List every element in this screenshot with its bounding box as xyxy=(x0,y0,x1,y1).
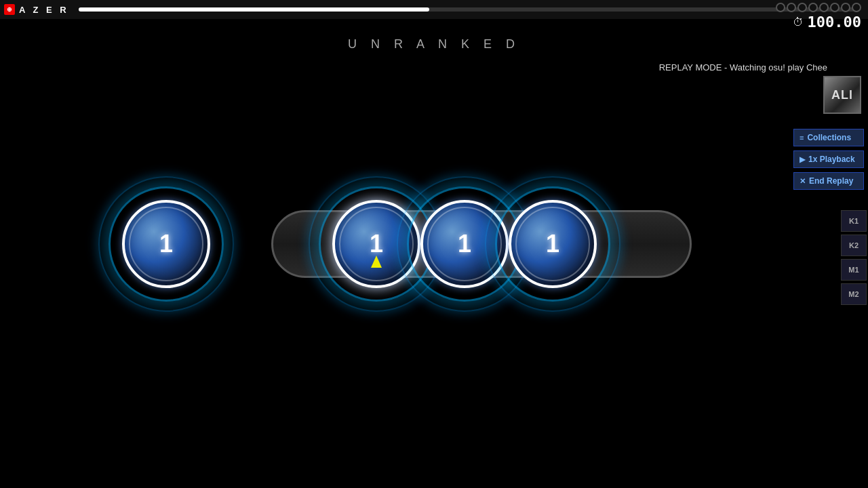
end-replay-button[interactable]: ✕ End Replay xyxy=(793,172,864,190)
playback-button[interactable]: ▶ 1x Playback xyxy=(793,150,864,168)
score-circle xyxy=(852,3,861,12)
game-area: 1 1 1 1 xyxy=(0,0,787,488)
accuracy-value: 100.00 xyxy=(808,14,861,30)
score-circle xyxy=(797,3,807,12)
top-bar: ⊕ A Z E R xyxy=(0,0,868,19)
player-avatar: ALl xyxy=(823,76,861,114)
progress-bar xyxy=(79,7,430,12)
score-circle xyxy=(787,3,796,12)
app-title: A Z E R xyxy=(19,5,69,15)
hit-circle-3: 1 xyxy=(509,200,597,288)
app-icon: ⊕ xyxy=(4,4,15,15)
circle-number: 1 xyxy=(159,230,173,258)
score-circle xyxy=(830,3,840,12)
key-indicators: K1 K2 M1 M2 xyxy=(841,210,868,305)
score-circle xyxy=(819,3,829,12)
playback-label: 1x Playback xyxy=(808,155,855,164)
circle-body: 1 xyxy=(122,200,210,288)
score-area: ⏱ 100.00 xyxy=(776,3,861,30)
replay-mode-text: REPLAY MODE - Watching osu! play Chee xyxy=(659,62,827,73)
score-circle xyxy=(808,3,818,12)
collections-button[interactable]: ≡ Collections xyxy=(793,129,864,146)
k2-indicator: K2 xyxy=(841,235,867,256)
progress-bar-container[interactable] xyxy=(79,7,859,12)
collections-icon: ≡ xyxy=(800,134,804,142)
circle-number: 1 xyxy=(370,230,383,258)
circle-body: 1 xyxy=(509,200,597,288)
hit-circle-4: 1 xyxy=(122,200,210,288)
unranked-label: U N R A N K E D xyxy=(348,37,520,52)
right-sidebar: ≡ Collections ▶ 1x Playback ✕ End Replay xyxy=(793,129,868,190)
score-circle xyxy=(776,3,785,12)
k1-indicator: K1 xyxy=(841,210,867,232)
hit-objects: 1 1 1 1 xyxy=(122,176,665,312)
circle-number: 1 xyxy=(458,230,471,258)
cursor-arrow xyxy=(371,256,382,268)
circle-number: 1 xyxy=(546,230,559,258)
score-circle xyxy=(841,3,850,12)
collections-label: Collections xyxy=(807,133,851,142)
clock-icon: ⏱ xyxy=(793,16,804,28)
playback-icon: ▶ xyxy=(800,155,805,164)
m2-indicator: M2 xyxy=(841,283,867,305)
m1-indicator: M1 xyxy=(841,259,867,281)
end-replay-icon: ✕ xyxy=(800,177,806,186)
score-circles xyxy=(776,3,861,12)
accuracy-row: ⏱ 100.00 xyxy=(776,14,861,30)
end-replay-label: End Replay xyxy=(809,176,853,186)
